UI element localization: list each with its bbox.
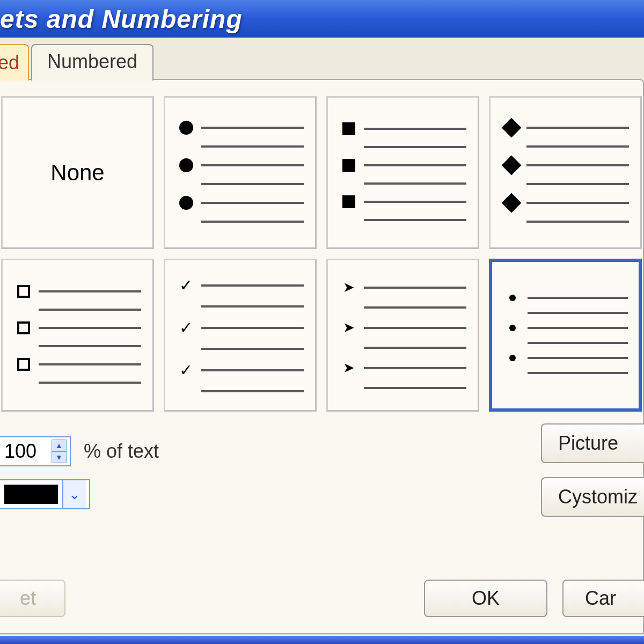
filled-circle-icon (179, 196, 193, 210)
dialog-body: ed Numbered None (0, 38, 644, 636)
customize-label: Cystomiz (558, 486, 638, 508)
arrow-icon (339, 279, 358, 296)
taskbar-strip (0, 636, 644, 644)
size-value: 100 (4, 440, 36, 463)
small-dot-icon (509, 295, 516, 301)
checkmark-icon (177, 318, 196, 337)
cancel-label: Car (585, 587, 616, 609)
spinner-up-button[interactable]: ▲ (52, 440, 67, 451)
bullet-option-arrow[interactable] (326, 259, 479, 412)
picture-button[interactable]: Picture (541, 423, 644, 463)
bullet-option-hollow-square[interactable] (1, 259, 154, 412)
bullet-option-small-dot[interactable] (489, 259, 642, 412)
reset-button: et (0, 580, 65, 617)
chevron-down-icon: ▼ (55, 453, 63, 462)
window-title: ets and Numbering (0, 4, 243, 34)
small-dot-icon (509, 325, 516, 331)
bullet-option-square[interactable] (326, 96, 479, 249)
side-buttons: Picture Cystomiz (541, 423, 644, 517)
spinner-down-button[interactable]: ▼ (52, 451, 67, 463)
bullet-option-none[interactable]: None (1, 96, 154, 249)
diamond-icon (502, 193, 522, 213)
checkmark-icon (177, 361, 196, 379)
filled-square-icon (342, 122, 355, 135)
customize-button[interactable]: Cystomiz (541, 477, 644, 517)
bullet-option-checkmark[interactable] (164, 259, 317, 412)
hollow-square-icon (17, 358, 30, 371)
tab-numbered[interactable]: Numbered (31, 44, 153, 80)
tab-bulleted-label: ed (0, 52, 19, 74)
bullet-option-diamond[interactable] (489, 96, 642, 249)
none-label: None (50, 160, 104, 186)
dialog-footer: et OK Car (0, 580, 643, 617)
filled-circle-icon (179, 121, 193, 135)
tab-strip: ed Numbered (0, 44, 644, 80)
chevron-up-icon: ▲ (55, 441, 63, 450)
cancel-button[interactable]: Car (562, 580, 644, 617)
hollow-square-icon (17, 285, 30, 298)
current-color-swatch (4, 485, 58, 504)
diamond-icon (502, 155, 522, 175)
size-spinner[interactable]: 100 ▲ ▼ (0, 436, 71, 466)
hollow-square-icon (17, 321, 30, 334)
dropdown-arrow-icon: ⌄ (62, 480, 86, 508)
reset-label: et (20, 587, 36, 609)
color-dropdown[interactable]: ⌄ (0, 479, 90, 509)
tab-bulleted[interactable]: ed (0, 44, 29, 80)
picture-label: Picture (558, 432, 618, 454)
arrow-icon (339, 360, 358, 376)
titlebar: ets and Numbering (0, 0, 644, 38)
arrow-icon (339, 319, 358, 336)
size-suffix-label: % of text (84, 440, 159, 463)
ok-label: OK (472, 587, 500, 609)
small-dot-icon (509, 355, 516, 361)
filled-square-icon (342, 195, 355, 208)
tab-numbered-label: Numbered (47, 50, 137, 72)
filled-circle-icon (179, 158, 193, 172)
tab-panel: None (0, 79, 644, 634)
checkmark-icon (177, 276, 196, 295)
filled-square-icon (342, 159, 355, 172)
bullet-style-grid: None (0, 96, 643, 412)
diamond-icon (502, 118, 522, 137)
ok-button[interactable]: OK (424, 580, 547, 617)
bullet-option-circle[interactable] (164, 96, 317, 249)
